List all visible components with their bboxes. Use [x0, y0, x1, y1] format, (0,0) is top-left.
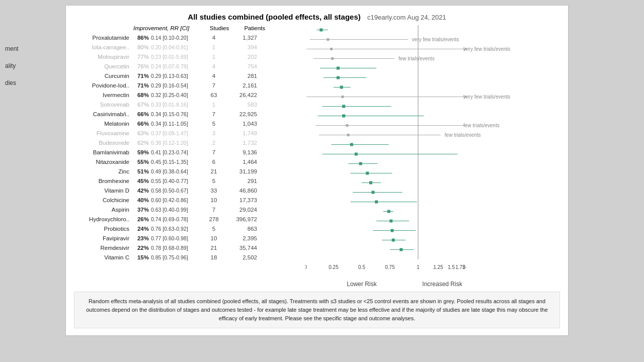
- drug-pct: 23%: [133, 235, 151, 241]
- drug-name: Curcumin: [74, 73, 133, 79]
- trial-note: very few trials/events: [463, 92, 510, 102]
- drug-patients: 31,199: [226, 168, 259, 174]
- svg-rect-36: [371, 191, 374, 194]
- drug-ci: 0.49 [0.38-0.64]: [151, 168, 201, 174]
- drug-table: Improvement, RR [CI] Studies Patients Pr…: [74, 25, 305, 262]
- drug-pct: 71%: [133, 73, 151, 79]
- svg-rect-24: [347, 134, 350, 136]
- table-row: Povidone-Iod..71%0.29 [0.16-0.54]72,161: [74, 80, 305, 90]
- drug-studies: 63: [201, 92, 226, 98]
- table-row: Sotrovimab67%0.33 [0.01-8.16]1583: [74, 100, 305, 109]
- drug-studies: 4: [201, 35, 226, 41]
- svg-rect-44: [390, 229, 393, 232]
- drug-pct: 55%: [133, 159, 151, 165]
- drug-name: Quercetin: [74, 63, 133, 69]
- drug-patients: 46,860: [226, 188, 259, 194]
- drug-pct: 22%: [133, 245, 151, 251]
- table-row: Vitamin D42%0.58 [0.50-0.67]3346,860: [74, 186, 305, 195]
- drug-name: Colchicine: [74, 197, 133, 203]
- drug-name: Iota-carragee..: [74, 44, 133, 50]
- drug-studies: 33: [201, 188, 226, 194]
- drug-pct: 42%: [133, 188, 151, 194]
- svg-rect-30: [359, 162, 362, 165]
- drug-studies: 3: [201, 130, 226, 136]
- drug-studies: 2: [201, 140, 226, 146]
- drug-pct: 62%: [133, 140, 151, 146]
- drug-studies: 10: [201, 197, 226, 203]
- drug-patients: 1,749: [226, 130, 259, 136]
- drug-name: Sotrovimab: [74, 102, 133, 108]
- drug-ci: 0.85 [0.75-0.96]: [151, 254, 201, 260]
- drug-studies: 7: [201, 111, 226, 117]
- drug-name: Budesonide: [74, 140, 133, 146]
- table-row: Casirivimab/i..66%0.34 [0.15-0.76]722,92…: [74, 109, 305, 119]
- drug-studies: 6: [201, 159, 226, 165]
- table-row: Vitamin C15%0.85 [0.75-0.96]182,502: [74, 252, 305, 262]
- table-row: Favipiravir23%0.77 [0.60-0.98]102,395: [74, 233, 305, 243]
- drug-patients: 9,136: [226, 149, 259, 155]
- svg-text:1.5: 1.5: [448, 264, 455, 270]
- svg-text:1: 1: [417, 264, 420, 270]
- drug-patients: 202: [226, 54, 259, 60]
- drug-studies: 10: [201, 235, 226, 241]
- table-row: Budesonide62%0.38 [0.12-1.20]21,732: [74, 138, 305, 147]
- drug-name: Aspirin: [74, 207, 133, 213]
- svg-rect-46: [392, 239, 395, 242]
- drug-pct: 59%: [133, 149, 151, 155]
- drug-studies: 1: [201, 44, 226, 50]
- drug-studies: 7: [201, 82, 226, 88]
- x-axis-area: 0 0.25 0.5 0.75 1 1.25 1.5 1.75 2+ Lower…: [74, 263, 560, 288]
- drug-ci: 0.78 [0.68-0.89]: [151, 245, 201, 251]
- drug-ci: 0.55 [0.40-0.77]: [151, 178, 201, 184]
- svg-rect-12: [337, 76, 340, 79]
- drug-patients: 396,972: [226, 216, 259, 222]
- drug-studies: 1: [201, 102, 226, 108]
- svg-text:0.25: 0.25: [329, 264, 339, 270]
- drug-name: Ivermectin: [74, 92, 133, 98]
- drug-ci: 0.76 [0.63-0.92]: [151, 226, 201, 232]
- title-row: All studies combined (pooled effects, al…: [74, 13, 560, 21]
- drug-patients: 1,464: [226, 159, 259, 165]
- svg-rect-20: [342, 115, 345, 118]
- svg-rect-6: [330, 48, 333, 50]
- drug-studies: 18: [201, 254, 226, 260]
- drug-pct: 86%: [133, 35, 151, 41]
- drug-patients: 22,925: [226, 111, 259, 117]
- svg-text:0.5: 0.5: [358, 264, 365, 270]
- forest-plot-svg: [305, 25, 466, 259]
- drug-ci: 0.60 [0.42-0.86]: [151, 197, 201, 203]
- trial-note: few trials/events: [463, 121, 500, 130]
- drug-studies: 7: [201, 207, 226, 213]
- drug-name: Proxalutamide: [74, 35, 133, 41]
- table-row: Colchicine40%0.60 [0.42-0.86]1017,373: [74, 195, 305, 205]
- drug-pct: 51%: [133, 168, 151, 174]
- drug-patients: 291: [226, 178, 259, 184]
- drug-ci: 0.38 [0.12-1.20]: [151, 140, 201, 146]
- svg-text:0.75: 0.75: [385, 264, 395, 270]
- table-row: Fluvoxamine63%0.37 [0.09-1.47]31,749: [74, 128, 305, 138]
- drug-name: Vitamin C: [74, 254, 133, 260]
- svg-text:2+: 2+: [462, 264, 466, 270]
- sidebar-item-3: dies: [5, 79, 65, 86]
- table-row: Nitazoxanide55%0.45 [0.15-1.35]61,464: [74, 157, 305, 166]
- drug-studies: 5: [201, 178, 226, 184]
- drug-studies: 4: [201, 63, 226, 69]
- drug-patients: 2,161: [226, 82, 259, 88]
- drug-ci: 0.29 [0.13-0.63]: [151, 73, 201, 79]
- drug-name: Nitazoxanide: [74, 159, 133, 165]
- col-improvement-header: Improvement, RR [CI]: [133, 25, 206, 31]
- drug-pct: 71%: [133, 82, 151, 88]
- svg-rect-34: [369, 182, 372, 185]
- drug-patients: 1,327: [226, 35, 259, 41]
- svg-rect-28: [355, 153, 358, 156]
- drug-studies: 5: [201, 226, 226, 232]
- drug-patients: 1,043: [226, 121, 259, 127]
- drug-ci: 0.41 [0.23-0.74]: [151, 149, 201, 155]
- x-axis-svg: 0 0.25 0.5 0.75 1 1.25 1.5 1.75 2+: [305, 263, 466, 278]
- drug-pct: 63%: [133, 130, 151, 136]
- drug-ci: 0.24 [0.07-0.79]: [151, 63, 201, 69]
- drug-ci: 0.58 [0.50-0.67]: [151, 188, 201, 194]
- table-row: Curcumin71%0.29 [0.13-0.63]4281: [74, 71, 305, 80]
- svg-rect-8: [331, 57, 334, 60]
- title-main: All studies combined (pooled effects, al…: [188, 13, 360, 21]
